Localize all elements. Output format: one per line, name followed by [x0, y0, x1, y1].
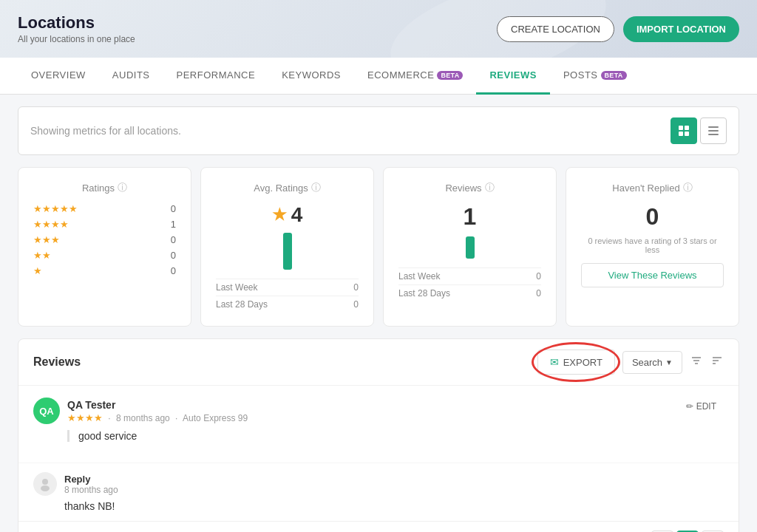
avg-rating-value: ★ 4 — [216, 203, 359, 227]
svg-point-13 — [42, 479, 48, 485]
havent-replied-info-icon: ⓘ — [683, 181, 693, 194]
stars-4: ★★★★ — [33, 219, 69, 230]
pagination-bar: Page size 10 25 50 Total of 1 items ‹ 1 … — [18, 521, 739, 532]
reviewer-meta: ★★★★ · 8 months ago · Auto Express 99 — [67, 412, 248, 423]
review-stars: ★★★★ — [67, 412, 103, 423]
rating-4: ★★★★ 1 — [33, 219, 176, 230]
review-text: good service — [67, 430, 724, 442]
reviewer-details: QA Tester ★★★★ · 8 months ago · Auto Exp… — [67, 399, 248, 423]
tab-reviews[interactable]: REVIEWS — [476, 58, 549, 95]
metrics-row: Ratings ⓘ ★★★★★ 0 ★★★★ 1 ★★★ 0 ★★ 0 — [18, 167, 739, 327]
reply-avatar — [33, 472, 57, 496]
tab-posts[interactable]: POSTS BETA — [550, 58, 640, 95]
list-view-toggle[interactable] — [700, 117, 727, 144]
reply-header: Reply 8 months ago — [33, 472, 724, 496]
svg-rect-6 — [708, 134, 719, 135]
filter-bar: Showing metrics for all locations. — [18, 106, 739, 155]
svg-rect-4 — [708, 126, 719, 128]
reviews-count-title: Reviews ⓘ — [398, 181, 541, 194]
sort-icon[interactable] — [710, 354, 724, 370]
header-left: Locations All your locations in one plac… — [18, 13, 135, 44]
svg-rect-0 — [679, 126, 683, 130]
svg-rect-3 — [685, 132, 689, 136]
reply-person-name: Reply — [64, 474, 118, 485]
export-wrapper: ✉ EXPORT — [537, 349, 615, 375]
reply-section: Reply 8 months ago thanks NB! — [18, 463, 739, 521]
reviews-section: Reviews ✉ EXPORT Search ▼ — [18, 338, 739, 532]
review-item: QA QA Tester ★★★★ · 8 months ago · Auto … — [18, 386, 739, 463]
stars-1: ★ — [33, 265, 42, 276]
rating-2: ★★ 0 — [33, 250, 176, 261]
svg-rect-5 — [708, 130, 719, 132]
reply-details: Reply 8 months ago — [64, 474, 118, 495]
search-button[interactable]: Search ▼ — [622, 351, 682, 374]
reviewer-name: QA Tester — [67, 399, 248, 411]
import-location-button[interactable]: IMPORT LOCATION — [623, 16, 739, 42]
grid-view-toggle[interactable] — [671, 117, 697, 144]
review-time: 8 months ago — [116, 413, 170, 423]
reviews-big-number: 1 — [398, 203, 541, 231]
stars-5: ★★★★★ — [33, 203, 78, 214]
reviews-section-title: Reviews — [33, 355, 81, 369]
tab-keywords[interactable]: KEYWORDS — [268, 58, 354, 95]
svg-point-14 — [41, 485, 50, 491]
avg-rating-bar — [216, 233, 359, 270]
reviewer-info: QA QA Tester ★★★★ · 8 months ago · Auto … — [33, 398, 248, 424]
avg-ratings-info-icon: ⓘ — [311, 181, 321, 194]
ratings-list: ★★★★★ 0 ★★★★ 1 ★★★ 0 ★★ 0 ★ 0 — [33, 203, 176, 276]
review-header: QA QA Tester ★★★★ · 8 months ago · Auto … — [33, 398, 724, 424]
avg-last-28: Last 28 Days 0 — [216, 296, 359, 313]
tab-ecommerce[interactable]: ECOMMERCE BETA — [354, 58, 477, 95]
ratings-card: Ratings ⓘ ★★★★★ 0 ★★★★ 1 ★★★ 0 ★★ 0 — [18, 167, 191, 327]
reviews-section-header: Reviews ✉ EXPORT Search ▼ — [18, 339, 739, 386]
tab-performance[interactable]: PERFORMANCE — [163, 58, 269, 95]
havent-replied-sub: 0 reviews have a rating of 3 stars or le… — [581, 236, 724, 254]
stars-3: ★★★ — [33, 234, 60, 245]
svg-rect-1 — [685, 126, 689, 130]
tab-audits[interactable]: AUDITS — [99, 58, 163, 95]
reviews-bar — [398, 236, 541, 259]
reviews-actions: ✉ EXPORT Search ▼ — [537, 349, 724, 375]
edit-review-button[interactable]: ✏ EDIT — [679, 398, 724, 415]
stars-2: ★★ — [33, 250, 51, 261]
nav-tabs: OVERVIEW AUDITS PERFORMANCE KEYWORDS ECO… — [0, 58, 757, 95]
export-button[interactable]: ✉ EXPORT — [537, 349, 615, 375]
search-dropdown-icon: ▼ — [665, 358, 673, 366]
page-subtitle: All your locations in one place — [18, 34, 135, 44]
havent-replied-value: 0 — [581, 203, 724, 231]
review-location: Auto Express 99 — [183, 413, 248, 423]
reviewer-avatar: QA — [33, 398, 60, 424]
reviews-last-week: Last Week 0 — [398, 267, 541, 284]
havent-replied-title: Haven't Replied ⓘ — [581, 181, 724, 194]
reply-text: thanks NB! — [64, 500, 724, 512]
reviews-count-card: Reviews ⓘ 1 Last Week 0 Last 28 Days 0 — [383, 167, 557, 327]
page-title: Locations — [18, 13, 135, 33]
ratings-info-icon: ⓘ — [118, 181, 127, 194]
ecommerce-beta-badge: BETA — [437, 71, 463, 80]
filter-placeholder: Showing metrics for all locations. — [30, 125, 181, 137]
svg-rect-2 — [679, 132, 683, 136]
rating-1: ★ 0 — [33, 265, 176, 276]
filter-icon[interactable] — [690, 354, 703, 370]
rating-5: ★★★★★ 0 — [33, 203, 176, 214]
header-actions: CREATE LOCATION IMPORT LOCATION — [497, 16, 739, 42]
havent-replied-card: Haven't Replied ⓘ 0 0 reviews have a rat… — [566, 167, 739, 327]
rating-3: ★★★ 0 — [33, 234, 176, 245]
page-header: Locations All your locations in one plac… — [0, 0, 757, 58]
posts-beta-badge: BETA — [601, 71, 627, 80]
edit-icon: ✏ — [686, 401, 693, 412]
avg-last-week: Last Week 0 — [216, 279, 359, 296]
reviews-info-icon: ⓘ — [485, 181, 495, 194]
reply-time: 8 months ago — [64, 485, 118, 495]
tab-overview[interactable]: OVERVIEW — [18, 58, 99, 95]
main-content: Showing metrics for all locations. — [0, 95, 757, 532]
create-location-button[interactable]: CREATE LOCATION — [497, 16, 614, 42]
export-icon: ✉ — [550, 356, 559, 368]
avg-ratings-title: Avg. Ratings ⓘ — [216, 181, 359, 194]
avg-ratings-card: Avg. Ratings ⓘ ★ 4 Last Week 0 Last 28 D… — [200, 167, 374, 327]
view-these-reviews-button[interactable]: View These Reviews — [581, 263, 724, 287]
reviews-last-28: Last 28 Days 0 — [398, 284, 541, 301]
view-toggles — [671, 117, 727, 144]
ratings-title: Ratings ⓘ — [33, 181, 176, 194]
